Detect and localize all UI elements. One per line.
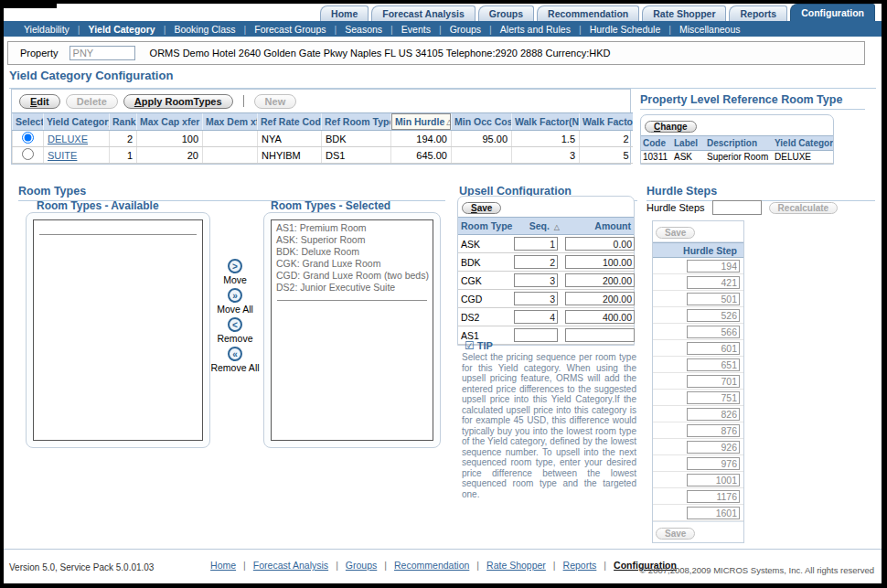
list-item[interactable]: CGD: Grand Luxe Room (two beds) <box>276 270 428 282</box>
tab-reports[interactable]: Reports <box>729 5 787 21</box>
amount-input[interactable] <box>565 292 635 305</box>
list-item[interactable]: ASK: Superior Room <box>276 234 428 246</box>
hurdle-step-input[interactable] <box>687 326 740 338</box>
footer-link-groups[interactable]: Groups <box>346 560 377 571</box>
yield-row-radio-suite[interactable] <box>22 148 34 160</box>
col-ref-room-type[interactable]: Ref Room Type <box>322 113 391 131</box>
tab-home[interactable]: Home <box>320 5 369 21</box>
yield-category-panel: Edit Delete Apply RoomTypes New Select Y… <box>11 89 631 165</box>
upsell-table: Room Type Seq. △ Amount ASK BDK <box>458 217 634 345</box>
cell-room-type: ASK <box>458 235 511 253</box>
subnav-item-forecast-groups[interactable]: Forecast Groups <box>254 24 345 35</box>
footer-link-rate-shopper[interactable]: Rate Shopper <box>486 560 546 571</box>
subnav-item-hurdle-schedule[interactable]: Hurdle Schedule <box>590 24 679 35</box>
subnav-item-seasons[interactable]: Seasons <box>345 24 401 35</box>
tab-configuration[interactable]: Configuration <box>790 4 875 21</box>
hurdle-step-input[interactable] <box>687 457 740 470</box>
list-separator <box>277 300 427 301</box>
yield-category-link-deluxe[interactable]: DELUXE <box>48 134 88 144</box>
amount-input[interactable] <box>565 328 635 342</box>
col-ref-rate-code[interactable]: Ref Rate Code <box>258 113 322 131</box>
col-seq-sorted[interactable]: Seq. △ <box>511 218 562 235</box>
tab-rate-shopper[interactable]: Rate Shopper <box>642 5 726 21</box>
list-item[interactable]: AS1: Premium Room <box>276 222 428 234</box>
cell-walk-factor-y: 5 <box>580 147 633 164</box>
sort-asc-icon: △ <box>446 118 451 126</box>
subnav-item-miscellaneous[interactable]: Miscellaneous <box>679 24 741 35</box>
table-row <box>653 406 743 422</box>
available-room-types-list[interactable] <box>33 219 203 441</box>
hurdle-step-input[interactable] <box>687 358 740 371</box>
tab-forecast-analysis[interactable]: Forecast Analysis <box>371 5 476 21</box>
col-walk-factor-ny[interactable]: Walk Factor(NY) <box>512 113 580 131</box>
list-item[interactable]: CGK: Grand Luxe Room <box>276 258 428 270</box>
subnav-item-alerts-and-rules[interactable]: Alerts and Rules <box>500 24 590 35</box>
upsell-header-row: Room Type Seq. △ Amount <box>458 218 634 235</box>
seq-input[interactable] <box>514 292 558 305</box>
table-row: ASK <box>458 235 634 253</box>
subnav-bar: Yieldability Yield Category Booking Clas… <box>4 21 882 37</box>
selected-room-types-list[interactable]: AS1: Premium Room ASK: Superior Room BDK… <box>271 219 433 441</box>
seq-input[interactable] <box>514 255 558 269</box>
footer-link-reports[interactable]: Reports <box>563 560 597 571</box>
property-code-input[interactable] <box>69 46 135 60</box>
hurdle-steps-input[interactable] <box>712 200 762 215</box>
list-item[interactable]: BDK: Deluxe Room <box>276 246 428 258</box>
hurdle-step-input[interactable] <box>687 293 740 305</box>
subnav-item-groups[interactable]: Groups <box>450 24 500 35</box>
edit-button[interactable]: Edit <box>19 94 60 109</box>
hurdle-step-input[interactable] <box>687 424 740 437</box>
col-max-cap-xfer[interactable]: Max Cap xfer <box>137 113 203 131</box>
hurdle-step-input[interactable] <box>687 342 740 355</box>
cell-room-type: CGD <box>458 290 511 308</box>
tab-groups[interactable]: Groups <box>478 5 534 21</box>
remove-button[interactable]: < Remove <box>208 317 262 344</box>
footer-link-recommendation[interactable]: Recommendation <box>394 560 469 571</box>
hurdle-step-input[interactable] <box>687 260 740 273</box>
move-button[interactable]: > Move <box>208 259 262 285</box>
yield-row-radio-deluxe[interactable] <box>22 132 34 144</box>
col-min-hurdle-sorted[interactable]: Min Hurdle △ <box>391 113 452 131</box>
col-yield-category[interactable]: Yield Category <box>44 113 110 131</box>
table-row <box>653 274 743 291</box>
hurdle-step-input[interactable] <box>687 391 740 404</box>
hurdle-step-input[interactable] <box>687 276 740 289</box>
hurdle-step-input[interactable] <box>687 309 740 322</box>
seq-input[interactable] <box>514 273 558 287</box>
subnav-item-events[interactable]: Events <box>401 24 450 35</box>
list-separator <box>39 234 197 235</box>
tab-recommendation[interactable]: Recommendation <box>537 5 639 21</box>
upsell-save-button[interactable]: Save <box>462 202 501 214</box>
col-description: Description <box>705 136 773 151</box>
col-walk-factor-y[interactable]: Walk Factor(Y) <box>580 113 633 131</box>
seq-input[interactable] <box>514 328 558 342</box>
hurdle-step-input[interactable] <box>687 507 740 519</box>
list-item[interactable]: DS2: Junior Executive Suite <box>276 282 428 294</box>
table-row <box>653 324 743 340</box>
amount-input[interactable] <box>565 255 635 269</box>
seq-input[interactable] <box>514 310 558 324</box>
seq-input[interactable] <box>514 237 558 251</box>
move-all-button[interactable]: » Move All <box>208 288 262 315</box>
amount-input[interactable] <box>565 273 635 287</box>
apply-roomtypes-button[interactable]: Apply RoomTypes <box>123 94 233 109</box>
hurdle-step-input[interactable] <box>687 408 740 421</box>
hurdle-step-input[interactable] <box>687 375 740 388</box>
col-min-occ-cost[interactable]: Min Occ Cost <box>452 113 512 131</box>
hurdle-step-input[interactable] <box>687 490 740 503</box>
hurdle-step-input[interactable] <box>687 441 740 454</box>
subnav-item-yield-category[interactable]: Yield Category <box>89 24 175 35</box>
footer-link-home[interactable]: Home <box>210 560 236 571</box>
change-button[interactable]: Change <box>645 121 697 133</box>
col-rank[interactable]: Rank <box>110 113 137 131</box>
remove-all-button[interactable]: « Remove All <box>208 347 262 373</box>
hurdle-step-input[interactable] <box>687 474 740 486</box>
col-max-dem-xfer[interactable]: Max Dem xfer <box>203 113 258 131</box>
cell-ref-room-type: BDK <box>322 131 391 147</box>
amount-input[interactable] <box>565 310 635 324</box>
yield-category-link-suite[interactable]: SUITE <box>48 150 77 161</box>
amount-input[interactable] <box>565 237 635 251</box>
subnav-item-yieldability[interactable]: Yieldability <box>24 24 89 35</box>
footer-link-forecast-analysis[interactable]: Forecast Analysis <box>253 560 328 571</box>
subnav-item-booking-class[interactable]: Booking Class <box>174 24 254 35</box>
